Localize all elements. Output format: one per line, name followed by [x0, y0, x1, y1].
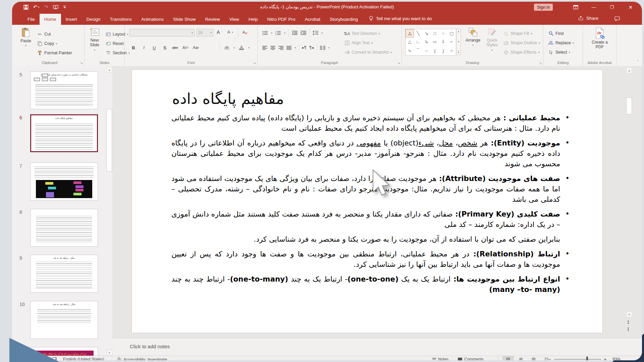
shape-glyph-10[interactable]: ⌐ — [447, 38, 456, 46]
notes-toggle[interactable]: Notes — [432, 357, 448, 360]
collapse-ribbon-icon[interactable]: ˆ — [637, 60, 639, 65]
clear-formatting-button[interactable]: A — [242, 28, 248, 36]
columns-button[interactable] — [320, 46, 325, 50]
minimize-button[interactable]: — — [586, 2, 601, 13]
tab-view[interactable]: View — [225, 14, 244, 25]
shrink-font-button[interactable]: A▾ — [227, 28, 233, 36]
accessibility-status[interactable]: Accessibility: Investigate — [117, 357, 167, 360]
italic-button[interactable]: I — [141, 44, 147, 51]
next-slide-button[interactable]: ▼▼ — [627, 327, 630, 331]
drawing-dialog-launcher-icon[interactable]: ↘ — [539, 61, 542, 65]
reset-button[interactable]: Reset — [105, 40, 124, 48]
font-name-combobox[interactable]: ▾ — [129, 29, 195, 37]
tab-review[interactable]: Review — [200, 14, 224, 25]
tab-slide-show[interactable]: Slide Show — [168, 14, 201, 25]
shapes-scroll-down-icon[interactable]: ▾ — [458, 40, 459, 43]
cut-button[interactable]: ✂Cut — [37, 30, 51, 38]
change-case-button[interactable]: Aa▾ — [193, 44, 199, 51]
thumbnail-scroll-down-icon[interactable]: ▾ — [106, 350, 112, 356]
tell-me-box[interactable]: Tell me what you want to do — [369, 16, 432, 21]
shape-glyph-9[interactable]: ⇩ — [439, 38, 447, 46]
reading-view-button[interactable]: ▥ — [528, 356, 539, 360]
shapes-scroll-up-icon[interactable]: ▴ — [458, 30, 459, 33]
zoom-level[interactable]: 93% — [612, 357, 621, 360]
shape-glyph-2[interactable]: □ — [431, 29, 439, 38]
convert-to-smartart-button[interactable]: Convert to SmartArt▾ — [344, 48, 391, 56]
character-spacing-button[interactable]: AV▾ — [182, 44, 189, 51]
bullets-button[interactable] — [262, 31, 268, 36]
comments-toggle[interactable]: Comments — [458, 357, 484, 360]
shape-glyph-8[interactable]: ⇨ — [431, 38, 439, 46]
quick-styles-button[interactable]: Quick Styles ▾ — [483, 27, 501, 52]
find-button[interactable]: Find — [548, 29, 564, 38]
zoom-out-button[interactable]: − — [548, 356, 551, 360]
tab-help[interactable]: Help — [244, 14, 263, 25]
comments-icon-top[interactable] — [614, 16, 620, 21]
slide-title[interactable]: مفاهیم پایگاه داده — [172, 90, 572, 108]
shapes-gallery-scrollbar[interactable]: ▴ ▾ ▾ — [456, 29, 461, 55]
paste-button[interactable]: Paste ▾ — [18, 27, 34, 47]
shape-glyph-7[interactable]: ↳ — [422, 38, 431, 46]
thumbnail-scroll-thumb[interactable] — [106, 109, 112, 172]
ribbon-display-options-icon[interactable] — [568, 2, 583, 13]
sign-in-button[interactable]: Sign in — [534, 4, 553, 11]
tab-storyboarding[interactable]: Storyboarding — [325, 14, 363, 25]
increase-indent-button[interactable] — [301, 31, 306, 35]
thumbnail-scrollbar[interactable]: ▴ ▾ — [106, 66, 112, 356]
font-size-combobox[interactable]: 20▾ — [197, 29, 213, 37]
shape-glyph-16[interactable]: ☆ — [447, 46, 456, 55]
shape-glyph-15[interactable]: } — [439, 46, 447, 55]
create-pdf-button[interactable]: Create a PDF — [590, 27, 610, 50]
tab-design[interactable]: Design — [82, 14, 105, 25]
replace-button[interactable]: ab⇄ac Replace▾ — [548, 39, 574, 47]
numbering-button[interactable]: 123 — [275, 31, 281, 36]
right-to-left-button[interactable]: ¶◂ — [309, 45, 313, 50]
thumbnail-scroll-up-icon[interactable]: ▴ — [106, 67, 112, 73]
slide-canvas[interactable]: مفاهیم پایگاه داده محیط عملیاتی : هر محی… — [131, 69, 603, 333]
bold-button[interactable]: B — [130, 44, 137, 51]
slide-thumbnail-5[interactable]: مشکلات اساسی در صورت عدم وجود پایگاه داد… — [30, 71, 98, 109]
decrease-indent-button[interactable] — [292, 31, 298, 35]
notes-placeholder[interactable]: Click to add notes — [130, 344, 170, 349]
zoom-slider-handle[interactable] — [586, 357, 588, 360]
paragraph-dialog-launcher-icon[interactable]: ↘ — [397, 61, 400, 65]
previous-slide-button[interactable]: ▲▲ — [627, 320, 630, 324]
underline-button[interactable]: U — [151, 44, 158, 51]
font-color-button[interactable]: A — [238, 44, 245, 51]
highlight-color-button[interactable]: ab — [223, 44, 230, 51]
slide-thumbnail-6[interactable]: مفاهیم پایگاه داده — [30, 114, 98, 152]
tab-insert[interactable]: Insert — [61, 14, 82, 25]
tab-home[interactable]: Home — [40, 14, 61, 25]
language-indicator[interactable]: English (United States) — [63, 357, 104, 360]
shape-effects-button[interactable]: Shape Effects▾ — [503, 48, 540, 56]
slide-thumbnail-10[interactable]: مثال : رابطه چند به چند — [30, 301, 98, 339]
justify-button[interactable] — [286, 46, 291, 50]
clipboard-dialog-launcher-icon[interactable]: ↘ — [80, 61, 83, 65]
slide-thumbnail-7[interactable] — [30, 163, 98, 200]
tab-animations[interactable]: Animations — [137, 14, 168, 25]
normal-view-button[interactable]: ▤ — [502, 356, 514, 360]
tab-transitions[interactable]: Transitions — [105, 14, 137, 25]
shape-outline-button[interactable]: Shape Outline▾ — [503, 39, 540, 47]
zoom-in-button[interactable]: + — [604, 356, 607, 360]
shape-glyph-1[interactable]: ↘ — [422, 29, 431, 38]
slide-scroll-thumb[interactable] — [626, 98, 632, 114]
arrange-button[interactable]: Arrange ▾ — [464, 27, 482, 47]
slide-scrollbar[interactable]: ▴ ▾ ▲▲ ▼▼ — [626, 67, 633, 336]
shape-glyph-3[interactable]: ○ — [439, 29, 447, 38]
shape-fill-button[interactable]: Shape Fill▾ — [503, 29, 532, 38]
slide-scroll-up-icon[interactable]: ▴ — [626, 67, 632, 73]
shape-glyph-0[interactable]: ╲ — [414, 29, 422, 38]
text-shadow-button[interactable]: S — [161, 44, 168, 51]
zoom-slider-track[interactable] — [554, 359, 601, 360]
shapes-more-icon[interactable]: ▾ — [458, 51, 459, 54]
notes-pane[interactable]: Click to add notes — [112, 338, 642, 356]
copy-button[interactable]: Copy▾ — [37, 40, 57, 48]
grow-font-button[interactable]: Aˆ — [217, 28, 222, 36]
align-right-button[interactable] — [278, 46, 283, 50]
tab-file[interactable]: File — [23, 14, 40, 25]
shape-glyph-11[interactable]: ∿ — [406, 46, 414, 55]
slide-body-text[interactable]: محیط عملیاتی : هر محیطی که بخواهیم برای … — [171, 113, 572, 299]
strikethrough-button[interactable]: abc — [172, 44, 178, 51]
align-center-button[interactable] — [270, 46, 275, 50]
